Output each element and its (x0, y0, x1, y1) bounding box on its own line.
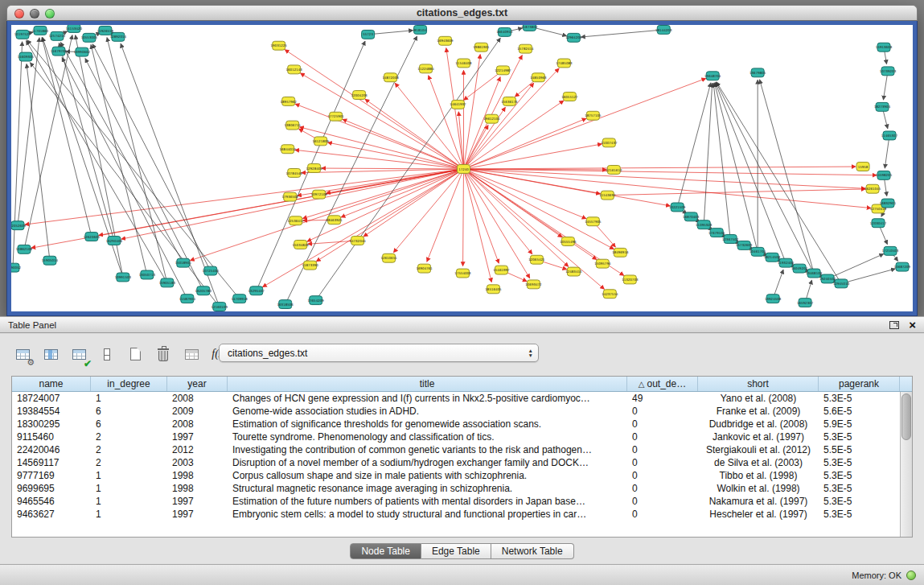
graph-edge[interactable] (760, 80, 815, 274)
float-panel-icon[interactable] (889, 321, 899, 329)
graph-node[interactable]: 12928404 (306, 164, 323, 173)
graph-edge[interactable] (322, 168, 464, 169)
graph-edge[interactable] (463, 101, 563, 169)
table-row[interactable]: 969969511998Structural magnetic resonanc… (12, 482, 900, 495)
graph-edge[interactable] (300, 73, 463, 169)
graph-node[interactable]: 11320703 (622, 275, 639, 284)
graph-node[interactable]: 13990602 (74, 47, 91, 56)
graph-edge[interactable] (463, 169, 499, 263)
graph-node[interactable]: 10693472 (525, 280, 542, 289)
graph-node[interactable]: 16832901 (880, 199, 897, 208)
graph-node[interactable]: 11587904 (179, 295, 196, 303)
column-header-in-degree[interactable]: in_degree (91, 377, 167, 391)
memory-status-icon[interactable] (906, 571, 916, 580)
graph-node[interactable]: 14557905 (585, 217, 602, 226)
graph-node[interactable]: 17485083 (556, 59, 573, 68)
new-column-button[interactable] (125, 344, 145, 365)
graph-node[interactable]: 13050713 (139, 270, 156, 279)
graph-edge[interactable] (427, 169, 464, 262)
graph-node[interactable]: 14732044 (349, 237, 366, 245)
graph-node[interactable]: 10972106 (311, 190, 328, 199)
graph-node[interactable]: 12620605 (84, 233, 101, 241)
vertical-scrollbar[interactable] (900, 392, 912, 537)
graph-edge[interactable] (285, 50, 463, 169)
minimize-window-button[interactable] (30, 9, 39, 19)
graph-edge[interactable] (827, 253, 884, 278)
table-row[interactable]: 2242004622012Investigating the contribut… (12, 443, 900, 456)
tab-network-table[interactable]: Network Table (491, 543, 574, 559)
graph-edge[interactable] (463, 169, 464, 266)
graph-node[interactable]: 11701860 (32, 26, 49, 35)
graph-node[interactable]: 11543697 (599, 191, 616, 200)
graph-node[interactable]: 16261045 (864, 184, 881, 193)
graph-edge[interactable] (393, 169, 463, 253)
graph-edge[interactable] (463, 169, 568, 266)
graph-node[interactable]: 18757105 (585, 111, 602, 120)
graph-node[interactable]: 12367502 (722, 235, 739, 244)
graph-node[interactable]: 10991503 (115, 273, 132, 282)
table-row[interactable]: 946362711997Embryonic stem cells: a mode… (12, 508, 900, 521)
graph-node[interactable]: 18496916 (612, 248, 629, 257)
graph-node[interactable]: 11465307 (881, 131, 898, 140)
graph-node[interactable]: 10687209 (894, 262, 911, 271)
graph-node[interactable]: 19031225 (271, 41, 288, 50)
graph-node[interactable]: 19648704 (704, 72, 721, 80)
table-row[interactable]: 946554611997Estimation of the future num… (12, 495, 900, 508)
graph-node[interactable]: 11007437 (601, 138, 618, 147)
table-row[interactable]: 1872400712008Changes of HCN gene express… (12, 392, 900, 405)
graph-edge[interactable] (581, 30, 663, 37)
graph-node[interactable]: 11224884 (417, 64, 434, 73)
graph-node[interactable]: 13679805 (749, 68, 766, 77)
graph-node[interactable]: 14641937 (450, 100, 466, 109)
close-panel-icon[interactable]: × (909, 319, 916, 331)
graph-node[interactable]: 15034826 (293, 240, 310, 249)
graph-node[interactable]: 18144203 (655, 25, 672, 34)
graph-edge[interactable] (60, 43, 183, 263)
graph-node[interactable]: 16205780 (195, 286, 212, 295)
graph-edge[interactable] (463, 78, 705, 169)
graph-edge[interactable] (27, 40, 240, 299)
graph-edge[interactable] (27, 64, 50, 260)
graph-node[interactable]: 13806715 (285, 121, 302, 130)
graph-edge[interactable] (299, 127, 463, 169)
graph-edge[interactable] (365, 99, 464, 169)
graph-edge[interactable] (429, 76, 464, 169)
graph-node[interactable]: 12536417 (288, 216, 305, 225)
graph-node[interactable]: 10739203 (880, 67, 897, 76)
graph-node[interactable]: 16904761 (416, 264, 433, 273)
graph-node[interactable]: 12892014 (110, 32, 127, 41)
graph-node[interactable]: 10862108 (16, 245, 33, 253)
graph-node[interactable]: 11873802 (521, 25, 538, 31)
graph-edge[interactable] (463, 118, 586, 169)
graph-node[interactable]: 14237554 (602, 290, 618, 299)
graph-edge[interactable] (463, 144, 602, 169)
graph-edge[interactable] (341, 169, 464, 217)
graph-node[interactable]: 16318506 (277, 300, 294, 309)
column-header-year[interactable]: year (167, 377, 228, 391)
graph-node[interactable]: 11679702 (51, 47, 68, 56)
scrollbar-thumb[interactable] (901, 393, 911, 440)
graph-node[interactable]: 15958 (856, 163, 869, 171)
graph-edge[interactable] (24, 35, 72, 249)
graph-edge[interactable] (463, 169, 529, 278)
graph-node[interactable]: 18273904 (874, 102, 891, 111)
graph-node[interactable]: 13295407 (248, 286, 265, 295)
column-header-pagerank[interactable]: pagerank (819, 377, 900, 391)
tab-edge-table[interactable]: Edge Table (421, 543, 491, 559)
table-row[interactable]: 1938455462009Genome-wide association stu… (12, 405, 900, 418)
graph-node[interactable]: 10725406 (203, 266, 220, 275)
show-columns-button[interactable] (41, 344, 60, 365)
graph-node[interactable]: 15913608 (876, 43, 893, 51)
graph-edge[interactable] (463, 169, 604, 289)
graph-node[interactable]: 10555496 (560, 237, 577, 246)
graph-node[interactable]: 11095328 (696, 220, 713, 229)
table-row[interactable]: 977716911998Corpus callosum shape and si… (12, 469, 900, 482)
graph-node[interactable]: 55723 (362, 30, 375, 39)
graph-node[interactable]: 16943609 (437, 36, 454, 45)
graph-node[interactable]: 15732609 (736, 241, 753, 249)
graph-node[interactable]: 14609305 (18, 52, 35, 61)
graph-node[interactable]: 16055127 (561, 93, 578, 101)
graph-node[interactable]: 16870403 (683, 212, 700, 221)
window-titlebar[interactable]: citations_edges.txt (6, 5, 918, 21)
graph-node[interactable]: 18516405 (485, 285, 502, 294)
